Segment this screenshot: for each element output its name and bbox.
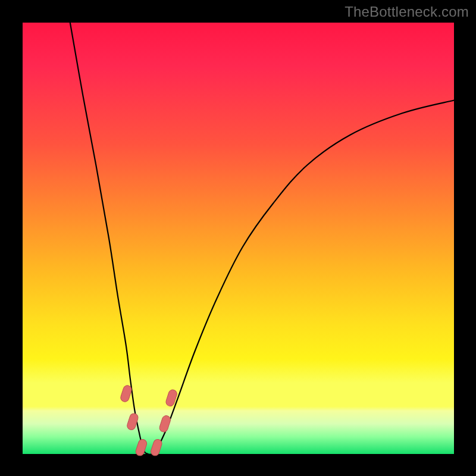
- nodule-marker: [120, 384, 133, 403]
- nodule-marker: [158, 415, 171, 433]
- nodule-group: [120, 384, 178, 457]
- nodule-marker: [126, 412, 139, 431]
- chart-svg: [23, 23, 454, 454]
- frame: TheBottleneck.com: [0, 0, 476, 476]
- nodule-marker: [134, 439, 148, 457]
- plot-area: [23, 23, 454, 454]
- nodule-marker: [150, 439, 163, 457]
- watermark-text: TheBottleneck.com: [345, 4, 469, 20]
